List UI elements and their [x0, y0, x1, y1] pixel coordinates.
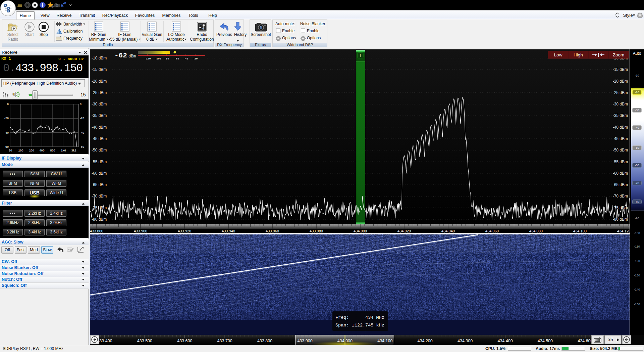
svg-text:-70 dBm: -70 dBm — [92, 194, 107, 199]
svg-text:433.700: 433.700 — [217, 339, 232, 343]
svg-text:433.500: 433.500 — [137, 339, 152, 343]
svg-text:1k6: 1k6 — [61, 149, 66, 152]
svg-text:-45 dBm: -45 dBm — [613, 136, 628, 141]
svg-text:433.960: 433.960 — [266, 229, 279, 233]
svg-text:434.500: 434.500 — [538, 339, 553, 343]
svg-text:-20: -20 — [4, 117, 9, 120]
svg-text:-40 dBm: -40 dBm — [613, 125, 628, 130]
svg-text:-10 dBm: -10 dBm — [92, 56, 107, 60]
svg-text:3k2: 3k2 — [71, 149, 76, 152]
svg-text:-50 dBm: -50 dBm — [613, 148, 628, 152]
svg-text:-80: -80 — [164, 57, 169, 60]
svg-text:-75 dBm: -75 dBm — [92, 206, 107, 210]
svg-text:433.400: 433.400 — [97, 339, 112, 343]
svg-text:-45 dBm: -45 dBm — [92, 136, 107, 141]
svg-text:400: 400 — [39, 149, 44, 152]
svg-text:Zoom: Zoom — [613, 52, 625, 57]
svg-text:434.080: 434.080 — [529, 229, 543, 233]
svg-text:0: 0 — [7, 102, 9, 106]
svg-text:-30 dBm: -30 dBm — [92, 102, 107, 106]
svg-text:0: 0 — [80, 102, 82, 106]
svg-text:433.600: 433.600 — [177, 339, 192, 343]
svg-text:-60: -60 — [80, 145, 84, 148]
svg-text:-75 dBm: -75 dBm — [613, 206, 628, 210]
svg-text:-40: -40 — [183, 57, 189, 60]
svg-text:-20: -20 — [80, 117, 84, 120]
svg-text:-15 dBm: -15 dBm — [92, 67, 107, 72]
svg-text:434.120: 434.120 — [617, 229, 630, 233]
svg-text:433.940: 433.940 — [222, 229, 235, 233]
svg-text:-80 dBm: -80 dBm — [613, 217, 628, 222]
svg-text:433.900: 433.900 — [297, 339, 312, 343]
svg-text:-25 dBm: -25 dBm — [92, 90, 107, 95]
svg-text:433.900: 433.900 — [134, 229, 147, 233]
svg-text:434.200: 434.200 — [418, 339, 433, 343]
svg-text:-30 dBm: -30 dBm — [613, 102, 628, 106]
svg-text:-60 dBm: -60 dBm — [92, 171, 107, 176]
svg-text:434.040: 434.040 — [441, 229, 455, 233]
svg-text:434.060: 434.060 — [485, 229, 499, 233]
svg-text:-40: -40 — [80, 131, 84, 134]
svg-text:1: 1 — [359, 54, 361, 58]
svg-text:-35 dBm: -35 dBm — [613, 113, 628, 118]
svg-text:-55 dBm: -55 dBm — [613, 160, 628, 164]
svg-text:-62: -62 — [114, 52, 127, 59]
svg-text:433.800: 433.800 — [257, 339, 272, 343]
svg-text:-60: -60 — [174, 57, 179, 60]
svg-text:434.300: 434.300 — [458, 339, 473, 343]
svg-text:-50 dBm: -50 dBm — [92, 148, 107, 152]
svg-text:434.020: 434.020 — [397, 229, 411, 233]
svg-text:-55 dBm: -55 dBm — [92, 160, 107, 164]
svg-text:Low: Low — [554, 52, 562, 57]
svg-text:434.400: 434.400 — [497, 339, 513, 343]
svg-text:-25 dBm: -25 dBm — [613, 90, 628, 95]
svg-text:-65 dBm: -65 dBm — [92, 182, 107, 187]
svg-text:-20 dBm: -20 dBm — [613, 79, 628, 84]
svg-text:434.600: 434.600 — [578, 339, 593, 343]
svg-text:-60: -60 — [4, 145, 9, 148]
svg-text:200: 200 — [29, 149, 34, 152]
svg-text:434.000: 434.000 — [354, 229, 367, 233]
svg-text:-70 dBm: -70 dBm — [613, 194, 628, 199]
svg-text:-15 dBm: -15 dBm — [613, 67, 628, 72]
svg-text:-65 dBm: -65 dBm — [613, 182, 628, 187]
svg-text:434.100: 434.100 — [377, 339, 392, 343]
svg-text:-80 dBm: -80 dBm — [92, 217, 107, 222]
svg-text:-20: -20 — [193, 57, 198, 60]
svg-text:433.920: 433.920 — [178, 229, 191, 233]
svg-text:dBm: dBm — [128, 54, 136, 59]
svg-text:433.980: 433.980 — [310, 229, 323, 233]
svg-text:-20 dBm: -20 dBm — [92, 79, 107, 84]
svg-text:-120: -120 — [144, 57, 151, 60]
svg-text:100: 100 — [18, 149, 23, 152]
svg-text:High: High — [574, 52, 583, 57]
svg-text:433.880: 433.880 — [90, 229, 103, 233]
svg-text:-100: -100 — [155, 57, 161, 60]
svg-text:434.100: 434.100 — [573, 229, 587, 233]
svg-text:-40: -40 — [4, 131, 9, 134]
svg-text:-35 dBm: -35 dBm — [92, 113, 107, 118]
svg-text:800: 800 — [50, 149, 55, 152]
svg-text:-40 dBm: -40 dBm — [92, 125, 107, 130]
svg-text:-60 dBm: -60 dBm — [613, 171, 628, 176]
svg-text:50: 50 — [9, 149, 12, 152]
